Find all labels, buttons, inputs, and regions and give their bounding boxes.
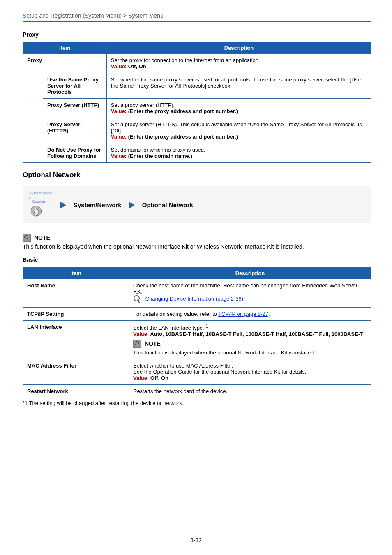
value-text: : (Enter the domain name.): [125, 153, 192, 159]
value-prefix: Value: [111, 63, 125, 69]
table-row: Proxy Set the proxy for connection to th…: [23, 54, 371, 73]
value-prefix: Value: [133, 375, 147, 381]
note-heading: NOTE: [23, 234, 371, 242]
label-line: Server for All Protocols: [47, 83, 81, 95]
desc-text: Set a proxy server (HTTP).: [111, 102, 175, 108]
host-name-label: Host Name: [23, 279, 129, 307]
tcpip-desc: For details on setting value, refer to T…: [129, 307, 371, 320]
desc-prefix: For details on setting value, refer to: [133, 311, 218, 317]
proxy-table: Item Description Proxy Set the proxy for…: [23, 42, 371, 163]
note-label: NOTE: [145, 340, 161, 347]
page-number: 8-32: [0, 537, 392, 543]
table-row: LAN Interface Select the LAN Interface t…: [23, 320, 371, 359]
note-icon: [23, 234, 31, 242]
desc-text: Select whether to use MAC Address Filter…: [133, 363, 233, 369]
desc-text: Select the LAN Interface type.: [133, 325, 204, 331]
same-proxy-desc: Set whether the same proxy server is use…: [106, 73, 371, 99]
mac-label: MAC Address Filter: [23, 359, 129, 385]
value-text: : Off, On: [147, 375, 168, 381]
tcpip-link[interactable]: TCP/IP on page 8-27: [218, 311, 268, 317]
desc-text: See the Operation Guide for the optional…: [133, 369, 306, 375]
optional-network-heading: Optional Network: [23, 171, 371, 179]
value-text: : (Enter the proxy address and port numb…: [125, 108, 238, 114]
smc-line: Counter: [32, 199, 46, 204]
note-label: NOTE: [34, 234, 50, 241]
desc-text: Set a proxy server (HTTPS). This setup i…: [111, 121, 362, 134]
table-row: Host Name Check the host name of the mac…: [23, 279, 371, 307]
label-line: Following Domains: [47, 153, 96, 159]
arrow-right-icon: [60, 202, 66, 208]
value-text: : (Enter the proxy address and port numb…: [125, 134, 238, 140]
host-name-desc: Check the host name of the machine. Host…: [129, 279, 371, 307]
label-line: Use the Same Proxy: [47, 76, 99, 83]
table-row: Proxy Server (HTTP) Set a proxy server (…: [23, 99, 371, 118]
https-desc: Set a proxy server (HTTPS). This setup i…: [106, 118, 371, 143]
crumb-optional-network: Optional Network: [142, 201, 193, 208]
note-text: This function is displayed when the opti…: [133, 349, 315, 356]
value-text: : Off, On: [125, 63, 146, 69]
label-line: Do Not Use Proxy for: [47, 147, 101, 153]
domains-label: Do Not Use Proxy for Following Domains: [43, 143, 107, 163]
basic-heading: Basic: [23, 257, 371, 263]
http-desc: Set a proxy server (HTTP). Value: (Enter…: [106, 99, 371, 118]
tcpip-label: TCP/IP Setting: [23, 307, 129, 320]
header-rule: [23, 21, 371, 22]
touch-hand-icon: [29, 205, 43, 219]
arrow-right-icon: [129, 202, 135, 208]
footnote-marker: *1: [204, 324, 208, 328]
value-text: : Auto, 10BASE-T Half, 10BASE-T Full, 10…: [147, 331, 363, 337]
domains-desc: Set domains for which no proxy is used. …: [106, 143, 371, 163]
basic-table: Item Description Host Name Check the hos…: [23, 267, 371, 398]
indent-cell: [23, 73, 43, 163]
restart-desc: Restarts the network card of the device.: [129, 385, 371, 398]
table-row: Restart Network Restarts the network car…: [23, 385, 371, 398]
desc-text: Set domains for which no proxy is used.: [111, 147, 205, 153]
smc-line: System Menu /: [29, 191, 52, 199]
proxy-heading: Proxy: [23, 31, 371, 38]
crumb-system-network: System/Network: [74, 201, 122, 208]
mac-desc: Select whether to use MAC Address Filter…: [129, 359, 371, 385]
note-icon: [133, 340, 141, 348]
restart-label: Restart Network: [23, 385, 129, 398]
lan-desc: Select the LAN Interface type.*1 Value: …: [129, 320, 371, 359]
desc-text: Check the host name of the machine. Host…: [133, 282, 357, 295]
value-prefix: Value: [111, 134, 125, 140]
basic-col-desc: Description: [129, 267, 371, 279]
table-row: TCP/IP Setting For details on setting va…: [23, 307, 371, 320]
value-prefix: Value: [133, 331, 147, 337]
value-prefix: Value: [111, 108, 125, 114]
value-prefix: Value: [111, 153, 125, 159]
nav-breadcrumb-strip: System Menu / Counter System/Network Opt…: [23, 186, 371, 223]
http-label: Proxy Server (HTTP): [43, 99, 107, 118]
table-row: Use the Same Proxy Server for All Protoc…: [23, 73, 371, 99]
note-text: This function is displayed when the opti…: [23, 243, 371, 250]
table-row: Do Not Use Proxy for Following Domains S…: [23, 143, 371, 163]
breadcrumb: Setup and Registration (System Menu) > S…: [23, 12, 371, 19]
changing-device-info-link[interactable]: Changing Device Information (page 2-39): [145, 296, 243, 302]
proxy-desc: Set the proxy for connection to the Inte…: [106, 54, 371, 73]
https-label: Proxy Server (HTTPS): [43, 118, 107, 143]
desc-suffix: .: [268, 311, 270, 317]
same-proxy-label: Use the Same Proxy Server for All Protoc…: [43, 73, 107, 99]
desc-text: Set the proxy for connection to the Inte…: [111, 57, 260, 63]
proxy-col-desc: Description: [106, 42, 371, 54]
proxy-col-item: Item: [23, 42, 107, 54]
system-menu-counter-label: System Menu / Counter: [29, 192, 53, 204]
magnifier-icon: [133, 295, 142, 304]
footnote: *1 The setting will be changed after res…: [23, 400, 371, 406]
proxy-label: Proxy: [23, 54, 107, 73]
table-row: Proxy Server (HTTPS) Set a proxy server …: [23, 118, 371, 143]
lan-label: LAN Interface: [23, 320, 129, 359]
table-row: MAC Address Filter Select whether to use…: [23, 359, 371, 385]
basic-col-item: Item: [23, 267, 129, 279]
